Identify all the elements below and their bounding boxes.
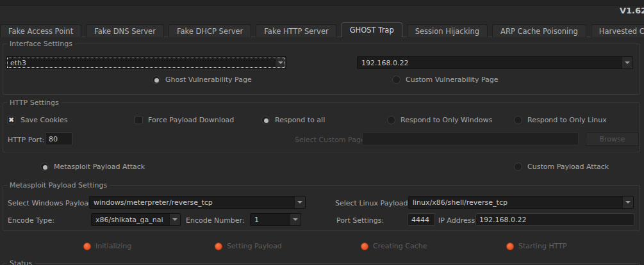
port-settings-label: Port Settings: xyxy=(336,216,384,225)
tab-fake-http-server[interactable]: Fake HTTP Server xyxy=(256,24,336,37)
radio-respond-to-all[interactable]: Respond to all xyxy=(261,116,325,124)
interface-combobox[interactable]: eth3 xyxy=(6,56,286,69)
http-port-label: HTTP Port: xyxy=(8,136,44,144)
save-cookies-label: Save Cookies xyxy=(21,116,68,124)
linux-payload-combobox[interactable]: linux/x86/shell/reverse_tcp xyxy=(408,196,634,209)
respond-linux-label: Respond to Only Linux xyxy=(527,116,607,124)
radio-respond-only-windows[interactable]: Respond to Only Windows xyxy=(387,116,492,124)
chevron-down-icon xyxy=(625,61,630,64)
browse-button: Browse xyxy=(586,132,639,146)
setting-payload-label: Setting Payload xyxy=(227,242,282,250)
metasploit-settings-title: Metasploit Payload Settings xyxy=(7,181,110,189)
checkbox-save-cookies[interactable]: ✖ Save Cookies xyxy=(7,116,68,124)
radio-custom-label: Custom Vulnerability Page xyxy=(406,76,499,84)
encode-type-value: x86/shikata_ga_nai xyxy=(92,216,169,224)
radio-selected-icon xyxy=(261,116,270,124)
ghost-phisher-window: { "version": "V1.62", "tabs": [ {"label"… xyxy=(0,0,644,265)
respond-all-label: Respond to all xyxy=(275,116,325,124)
tab-ghost-trap[interactable]: GHOST Trap xyxy=(342,22,402,37)
indicator-starting-http: Starting HTTP xyxy=(506,242,567,250)
radio-unselected-icon xyxy=(392,76,400,84)
windows-payload-arrowbox[interactable] xyxy=(294,197,305,208)
custom-page-input xyxy=(362,132,579,145)
encode-type-arrowbox[interactable] xyxy=(169,214,180,225)
tab-arp-cache-poisoning[interactable]: ARP Cache Poisoning xyxy=(492,24,586,37)
linux-payload-label: Select Linux Payload: xyxy=(335,199,410,207)
radio-respond-only-linux[interactable]: Respond to Only Linux xyxy=(514,116,607,124)
force-payload-label: Force Payload Download xyxy=(148,116,234,124)
radio-metasploit-payload-attack[interactable]: Metasploit Payload Attack xyxy=(40,163,145,171)
interface-settings-group: Interface Settings xyxy=(3,44,640,95)
interface-combobox-value: eth3 xyxy=(6,59,275,67)
ip-address-input[interactable] xyxy=(475,213,634,226)
http-settings-title: HTTP Settings xyxy=(7,99,62,107)
window-top-strip xyxy=(0,0,644,6)
encode-type-label: Encode Type: xyxy=(8,216,54,225)
status-dot-icon xyxy=(361,243,368,250)
interface-settings-title: Interface Settings xyxy=(7,40,75,48)
tab-harvested-credentials[interactable]: Harvested Credentials xyxy=(591,24,644,37)
radio-custom-vulnerability-page[interactable]: Custom Vulnerability Page xyxy=(392,76,499,84)
linux-payload-arrowbox[interactable] xyxy=(622,197,633,208)
indicator-setting-payload: Setting Payload xyxy=(215,242,282,250)
status-dot-icon xyxy=(506,243,514,250)
linux-payload-value: linux/x86/shell/reverse_tcp xyxy=(409,198,622,207)
chevron-down-icon xyxy=(297,201,302,204)
chevron-down-icon xyxy=(625,201,631,204)
tab-session-hijacking[interactable]: Session Hijacking xyxy=(407,24,488,37)
chevron-down-icon xyxy=(172,218,178,221)
encode-number-value: 1 xyxy=(251,216,290,224)
radio-unselected-icon xyxy=(387,116,395,124)
chevron-down-icon xyxy=(278,61,283,64)
chevron-down-icon xyxy=(293,218,298,221)
windows-payload-value: windows/meterpreter/reverse_tcp xyxy=(90,198,294,207)
tab-fake-dns-server[interactable]: Fake DNS Server xyxy=(86,24,164,37)
radio-custom-payload-attack[interactable]: Custom Payload Attack xyxy=(514,163,609,171)
encode-number-combobox[interactable]: 1 xyxy=(250,213,301,226)
initializing-label: Initializing xyxy=(95,242,131,250)
select-custom-page-label: Select Custom Page: xyxy=(295,136,367,144)
indicator-initializing: Initializing xyxy=(83,242,131,250)
port-settings-input[interactable] xyxy=(408,213,435,226)
tab-fake-dhcp-server[interactable]: Fake DHCP Server xyxy=(169,24,251,37)
radio-unselected-icon xyxy=(514,116,522,124)
encode-type-combobox[interactable]: x86/shikata_ga_nai xyxy=(91,213,181,226)
status-dot-icon xyxy=(83,243,91,250)
radio-ghost-label: Ghost Vulnerability Page xyxy=(165,76,252,84)
status-dot-icon xyxy=(215,243,222,250)
checkbox-checked-icon: ✖ xyxy=(7,116,15,124)
radio-selected-icon xyxy=(152,76,160,84)
respond-windows-label: Respond to Only Windows xyxy=(400,116,492,124)
http-port-input[interactable] xyxy=(45,132,72,145)
creating-cache-label: Creating Cache xyxy=(373,242,427,250)
indicator-creating-cache: Creating Cache xyxy=(361,242,427,250)
ip-combobox[interactable]: 192.168.0.22 xyxy=(357,56,633,69)
ip-combobox-value: 192.168.0.22 xyxy=(358,59,622,67)
encode-number-label: Encode Number: xyxy=(186,216,245,225)
radio-ghost-vulnerability-page[interactable]: Ghost Vulnerability Page xyxy=(152,76,252,84)
interface-combobox-arrowbox[interactable] xyxy=(275,57,286,68)
tab-fake-access-point[interactable]: Fake Access Point xyxy=(0,24,81,37)
custom-payload-label: Custom Payload Attack xyxy=(527,163,609,171)
ip-combobox-arrowbox[interactable] xyxy=(622,57,632,68)
status-group-title: Status xyxy=(7,259,35,265)
checkbox-force-payload-download[interactable]: Force Payload Download xyxy=(135,116,234,124)
radio-selected-icon xyxy=(40,163,49,171)
radio-unselected-icon xyxy=(514,163,522,171)
tab-bar: Fake Access Point Fake DNS Server Fake D… xyxy=(0,23,644,37)
checkbox-unchecked-icon xyxy=(135,116,143,124)
starting-http-label: Starting HTTP xyxy=(518,242,567,250)
encode-number-arrowbox[interactable] xyxy=(290,214,301,225)
windows-payload-combobox[interactable]: windows/meterpreter/reverse_tcp xyxy=(89,196,306,209)
metasploit-payload-label: Metasploit Payload Attack xyxy=(54,163,145,171)
windows-payload-label: Select Windows Payload: xyxy=(8,199,95,207)
ip-address-label: IP Address: xyxy=(438,216,477,225)
version-label: V1.62 xyxy=(620,6,644,15)
